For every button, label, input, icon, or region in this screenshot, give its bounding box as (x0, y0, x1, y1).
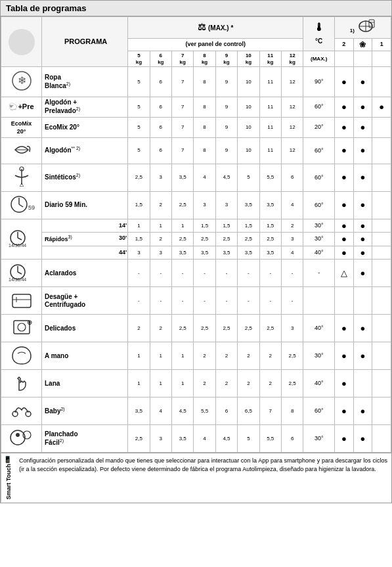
det2-value: ● (335, 370, 354, 397)
program-icon (1, 287, 42, 315)
det-flower-value: ● (353, 97, 372, 117)
det1-value: ● (372, 97, 391, 117)
svg-line-11 (19, 204, 23, 207)
kg-value: 2 (194, 342, 215, 370)
kg-value: - (194, 287, 215, 315)
det2-value: ● (335, 164, 354, 191)
temp-value: 40° (303, 370, 335, 397)
program-name-cell: 14' (42, 219, 128, 233)
kg-value: 3 (215, 191, 237, 219)
temp-value: 60° (303, 97, 335, 117)
temp-value: 30° (303, 219, 335, 233)
kg9: 9kg (215, 51, 237, 66)
det2-value: ● (335, 97, 354, 117)
kg-value: 3 (194, 191, 215, 219)
det-flower-value: ● (353, 67, 372, 97)
kg7: 7kg (172, 51, 194, 66)
program-name: Algodón** 2) (42, 137, 128, 164)
kg-value: 11 (259, 117, 281, 137)
det2-value: ● (335, 67, 354, 97)
page: Tabla de programas PROGRAMA ⚖ (MAX.) * 🌡… (0, 0, 392, 503)
det1-value (372, 370, 391, 397)
temp-value: 60° (303, 397, 335, 425)
temp-value: 20° (303, 117, 335, 137)
kg-value: 1,5 (215, 219, 237, 233)
kg-value: 2,5 (259, 233, 281, 246)
kg-value: 7 (172, 97, 194, 117)
kg-value: 2,5 (128, 164, 150, 191)
table-row: Algodón** 2)5678910111260°●● (1, 137, 391, 164)
det1-value (372, 137, 391, 164)
det-flower-value: ● (353, 315, 372, 342)
det-flower-value: ● (353, 219, 372, 233)
temp-value (303, 287, 335, 315)
det2-value: ● (335, 315, 354, 342)
kg-value: 2 (259, 342, 281, 370)
kg-value: 12 (281, 137, 303, 164)
temp-value: 40° (303, 246, 335, 260)
kg-value: 5,5 (194, 397, 215, 425)
svg-line-19 (18, 272, 22, 274)
kg-value: 1,5 (128, 191, 150, 219)
program-name: Lana (42, 370, 128, 397)
kg-value: 2,5 (194, 315, 215, 342)
kg-value: - (128, 287, 150, 315)
table-row: 14/30/4414'1111,51,51,51,5230°●● (1, 219, 391, 233)
svg-text:59°: 59° (28, 204, 35, 211)
kg-value: - (215, 287, 237, 315)
det1-value (372, 233, 391, 246)
kg-value: 1 (172, 342, 194, 370)
kg-value: 2,5 (281, 342, 303, 370)
kg-value: 8 (194, 67, 215, 97)
det2-value: ● (335, 191, 354, 219)
kg-sublabel: (ver panel de control) (128, 38, 303, 51)
det2-sub (335, 51, 354, 66)
kg-value: 3,5 (238, 246, 259, 260)
kg-value: 3 (128, 246, 150, 260)
kg-value: 3 (281, 233, 303, 246)
kg-value: 3 (281, 315, 303, 342)
programs-table: PROGRAMA ⚖ (MAX.) * 🌡°C 1) (1, 16, 391, 453)
temp-max: (MAX.) (303, 51, 335, 66)
kg-value: 5 (128, 97, 150, 117)
temp-value: 60° (303, 164, 335, 191)
kg-value: 2 (259, 370, 281, 397)
det1-value (372, 315, 391, 342)
svg-text:❄: ❄ (17, 75, 26, 86)
table-row: A mano11122222,530°●● (1, 342, 391, 370)
temp-value: 30° (303, 342, 335, 370)
kg-value: 7 (259, 397, 281, 425)
kg-value: 3,5 (128, 397, 150, 425)
kg-value: 3,5 (238, 191, 259, 219)
kg-value: 1,5 (128, 233, 150, 246)
temp-header: 🌡°C (303, 17, 335, 51)
det-flower-value: ● (353, 117, 372, 137)
kg-value: 5,5 (259, 164, 281, 191)
kg-value: 8 (194, 137, 215, 164)
kg-value: - (172, 287, 194, 315)
program-name: RopaBlanca2) (42, 67, 128, 97)
kg8: 8kg (194, 51, 215, 66)
kg-value: - (281, 287, 303, 315)
program-name-cell: 44' (42, 246, 128, 260)
kg-value: 1 (150, 342, 171, 370)
program-icon (1, 397, 42, 425)
table-row: Desagüe +Centrifugado-------- (1, 287, 391, 315)
kg-value: 1 (150, 219, 171, 233)
program-name: A mano (42, 342, 128, 370)
kg-value: - (215, 260, 237, 287)
kg-value: 3,5 (172, 425, 194, 453)
det2-value: ● (335, 137, 354, 164)
kg-value: - (238, 287, 259, 315)
kg-value: - (194, 260, 215, 287)
table-row: △Sintéticos2)2,533,544,555,5660°●● (1, 164, 391, 191)
det1-sub (372, 51, 391, 66)
det1-value (372, 425, 391, 453)
det-flower-value: ● (353, 425, 372, 453)
temp-value: 30° (303, 233, 335, 246)
det1-value (372, 219, 391, 233)
program-icon (1, 370, 42, 397)
kg-main-header: ⚖ (MAX.) * (128, 17, 303, 39)
table-row: ⊕Delicados222,52,52,52,52,5340°●● (1, 315, 391, 342)
det2-header: 2 (335, 38, 354, 51)
